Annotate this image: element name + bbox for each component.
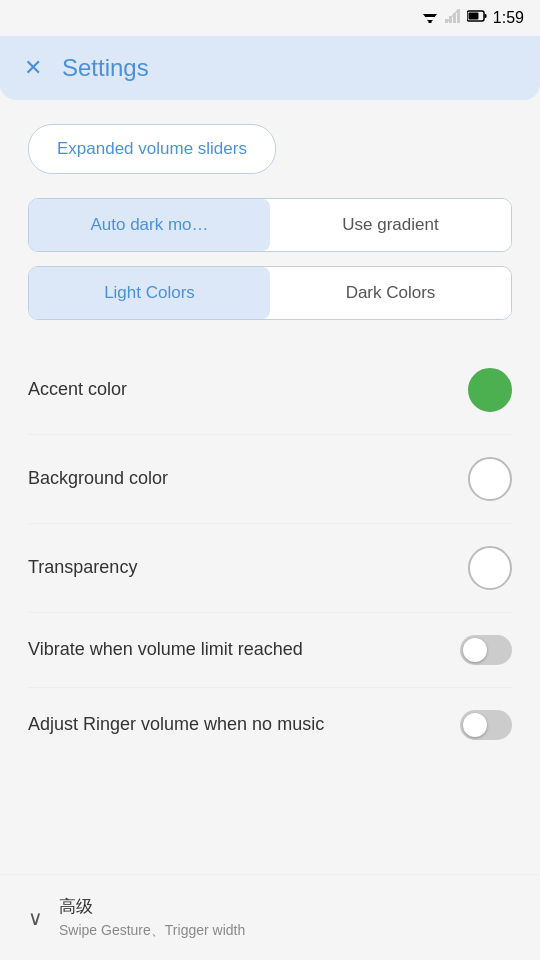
advanced-text-group: 高级 Swipe Gesture、Trigger width [59, 895, 245, 940]
accent-color-label: Accent color [28, 377, 127, 402]
vibrate-toggle[interactable] [460, 635, 512, 665]
ringer-volume-label: Adjust Ringer volume when no music [28, 712, 324, 737]
light-colors-button[interactable]: Light Colors [29, 267, 270, 319]
status-bar: 1:59 [0, 0, 540, 36]
vibrate-label: Vibrate when volume limit reached [28, 637, 303, 662]
transparency-picker[interactable] [468, 546, 512, 590]
settings-header: ✕ Settings [0, 36, 540, 100]
advanced-subtitle: Swipe Gesture、Trigger width [59, 922, 245, 940]
status-time: 1:59 [493, 9, 524, 27]
dark-colors-button[interactable]: Dark Colors [270, 267, 511, 319]
use-gradient-button[interactable]: Use gradient [270, 199, 511, 251]
ringer-volume-toggle[interactable] [460, 710, 512, 740]
vibrate-row: Vibrate when volume limit reached [28, 613, 512, 688]
wifi-icon [421, 9, 439, 27]
advanced-title: 高级 [59, 895, 245, 918]
background-color-label: Background color [28, 466, 168, 491]
background-color-row: Background color [28, 435, 512, 524]
status-icons: 1:59 [421, 9, 524, 27]
ringer-volume-row: Adjust Ringer volume when no music [28, 688, 512, 762]
signal-icon [445, 9, 461, 27]
battery-icon [467, 9, 487, 27]
background-color-picker[interactable] [468, 457, 512, 501]
accent-color-row: Accent color [28, 346, 512, 435]
svg-rect-11 [468, 13, 478, 20]
expanded-volume-button[interactable]: Expanded volume sliders [28, 124, 276, 174]
auto-dark-mode-button[interactable]: Auto dark mo… [29, 199, 270, 251]
accent-color-picker[interactable] [468, 368, 512, 412]
chevron-down-icon[interactable]: ∨ [28, 906, 43, 930]
header-title: Settings [62, 54, 149, 82]
close-button[interactable]: ✕ [24, 57, 42, 79]
color-scheme-toggle-group: Light Colors Dark Colors [28, 266, 512, 320]
transparency-label: Transparency [28, 555, 137, 580]
settings-content: Expanded volume sliders Auto dark mo… Us… [0, 100, 540, 786]
transparency-row: Transparency [28, 524, 512, 613]
svg-rect-10 [484, 14, 486, 18]
advanced-section: ∨ 高级 Swipe Gesture、Trigger width [0, 874, 540, 960]
dark-mode-toggle-group: Auto dark mo… Use gradient [28, 198, 512, 252]
settings-rows: Accent color Background color Transparen… [28, 346, 512, 762]
